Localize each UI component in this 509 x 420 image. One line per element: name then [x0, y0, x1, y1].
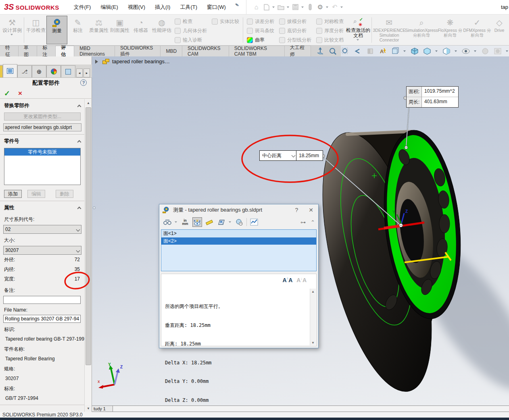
interference-check-button[interactable]: ◫ 干涉检查 [25, 16, 46, 44]
measure-history-icon[interactable] [234, 217, 244, 227]
save-icon[interactable] [291, 3, 300, 12]
properties-header[interactable]: 属性 [0, 201, 85, 213]
geometry-analysis-button[interactable]: 几何体分析 [172, 27, 209, 35]
new-dropdown-icon[interactable] [272, 6, 275, 9]
tab-mbd[interactable]: MBD [161, 46, 182, 56]
check-button[interactable]: 检查 [172, 18, 209, 25]
size-series-select[interactable]: 02 [3, 225, 81, 234]
view-orientation-dropdown-icon[interactable] [403, 50, 406, 53]
tab-dimxpertmanager[interactable]: ⊕ [32, 65, 46, 77]
expand-arrow-icon[interactable] [95, 60, 100, 64]
create-sensor-chart-icon[interactable] [249, 217, 259, 227]
display-style-alt-icon[interactable] [442, 47, 451, 56]
panel-tab-scroll-right[interactable]: ▸ [83, 69, 90, 77]
options-dropdown-icon[interactable] [326, 6, 328, 9]
tab-displaymanager[interactable] [46, 65, 61, 77]
tab-configurationmanager[interactable]: ⎇ [17, 65, 32, 77]
units-in-mm-icon[interactable]: inmm [180, 217, 190, 227]
parting-line-analysis-button[interactable]: 分型线分析 [277, 36, 314, 44]
open-icon[interactable] [277, 3, 286, 12]
dialog-help-icon[interactable]: ? [292, 207, 300, 213]
projection-dropdown-icon[interactable] [229, 221, 231, 224]
display-style-icon[interactable] [423, 47, 432, 56]
menu-file[interactable]: 文件(F) [70, 1, 95, 13]
compare-documents-button[interactable]: 比较文档 [314, 36, 346, 44]
tab-propertymanager[interactable] [3, 64, 17, 77]
decrease-font-icon[interactable]: A↓A [296, 277, 307, 283]
deviation-analysis-button[interactable]: 误差分析 [244, 18, 277, 25]
design-study-button[interactable]: ⚒ 设计算例 [2, 16, 23, 44]
markup-button[interactable]: ✎ 标注 [67, 16, 88, 44]
open-dropdown-icon[interactable] [287, 6, 289, 9]
cancel-button[interactable]: × [18, 89, 22, 98]
undo-icon[interactable]: ↶ [330, 3, 339, 12]
tab-cam-manager[interactable] [61, 65, 75, 77]
magnifier-icon[interactable] [341, 47, 350, 56]
tab-featuremanager[interactable] [0, 65, 3, 77]
tab-cam-tbm[interactable]: SOLIDWORKS CAM TBM [229, 46, 285, 56]
annotations-icon[interactable]: A [378, 47, 387, 56]
simulationxpress-button[interactable]: ⌕ SimulationXpress 分析向导 [405, 16, 438, 44]
tab-markup[interactable]: 标注 [37, 46, 56, 56]
flyout-feature-tree[interactable]: tapered roller bearings… [95, 58, 170, 64]
options-gear-icon[interactable]: ⚙ [316, 3, 325, 12]
undercut-analysis-button[interactable]: 底切分析 [277, 27, 314, 35]
floxpress-button[interactable]: ❋ FloXpress 分析向导 [438, 16, 463, 44]
delete-button[interactable]: 删除 [56, 190, 73, 198]
pin-menu-icon[interactable]: ✒ [230, 1, 241, 13]
zoom-to-fit-icon[interactable] [316, 47, 325, 56]
draft-analysis-button[interactable]: 拔模分析 [277, 18, 314, 25]
compare-bodies-button[interactable]: 实体比较 [209, 18, 242, 25]
measure-dialog-titlebar[interactable]: 测量 - tapered roller bearings gb.sldprt ?… [159, 204, 318, 216]
remark-field[interactable] [3, 296, 81, 304]
ruler-icon[interactable] [204, 217, 214, 227]
menu-tools[interactable]: 工具(T) [176, 1, 201, 13]
zoom-to-area-icon[interactable] [328, 47, 337, 56]
dfmxpress-button[interactable]: ✓ DFMXpress 分析向导 [463, 16, 492, 44]
performance-evaluation-button[interactable]: ◍ 性能评估 [151, 16, 172, 44]
section-view-icon[interactable] [366, 47, 375, 56]
edit-button[interactable]: 编辑 [27, 190, 45, 198]
results-scrollbar[interactable]: ▲ ▼ [310, 289, 316, 345]
import-diagnostics-button[interactable]: 输入诊断 [172, 36, 209, 44]
collapse-chevron-icon[interactable] [77, 104, 81, 108]
measure-dialog[interactable]: 测量 - tapered roller bearings gb.sldprt ?… [159, 204, 319, 348]
design-study-dropdown-icon[interactable] [10, 34, 13, 37]
check-active-document-dropdown-icon[interactable] [357, 39, 359, 42]
undo-dropdown-icon[interactable] [340, 6, 343, 9]
menu-view[interactable]: 视图(V) [124, 1, 149, 13]
selection-item-face2[interactable]: 面<2> [161, 237, 316, 245]
pin-icon[interactable]: ⊶ [300, 219, 306, 225]
replace-file-field[interactable]: apered roller bearings gb.sldprt [3, 123, 81, 131]
panel-splitter-handle[interactable] [92, 202, 96, 214]
distance-type-select[interactable]: 中心距离 [259, 150, 296, 161]
collapse-chevron-icon[interactable] [77, 206, 81, 210]
home-icon[interactable]: ⌂ [252, 3, 261, 12]
projection-icon[interactable] [217, 217, 226, 227]
collapse-icon[interactable]: ⌃ [311, 219, 315, 225]
measure-button[interactable]: 测量 [46, 16, 67, 44]
3dexperience-simulation-button[interactable]: ✉ 3DEXPERIENCE Simulation Connector [373, 16, 405, 44]
drive-button[interactable]: ◇ Drive [492, 16, 507, 44]
part-number-list[interactable]: 零件号未指派 [4, 148, 81, 185]
new-document-icon[interactable] [262, 3, 271, 12]
tab-evaluate[interactable]: 评估 [56, 46, 74, 56]
check-active-document-button[interactable]: ⌕✓✳ 检查激活的文档 [346, 16, 370, 44]
scroll-up-icon[interactable]: ▲ [310, 289, 316, 294]
panel-scrollbar[interactable]: ▲ ▼ [84, 99, 92, 412]
tab-sketch[interactable]: 草图 [19, 46, 37, 56]
part-number-list-item[interactable]: 零件号未指派 [4, 148, 80, 156]
display-style-alt-dropdown-icon[interactable] [455, 50, 457, 53]
display-style-dropdown-icon[interactable] [435, 50, 438, 53]
tab-mbd-dimensions[interactable]: MBD Dimensions [74, 46, 115, 56]
tab-cam[interactable]: SOLIDWORKS CAM [182, 46, 229, 56]
edit-appearance-icon[interactable] [481, 47, 490, 56]
dialog-close-icon[interactable]: ✕ [306, 207, 316, 213]
measure-selection-list[interactable]: 面<1> 面<2> [161, 229, 317, 271]
arc-measure-icon[interactable] [163, 217, 172, 227]
apply-scene-dropdown-icon[interactable] [506, 50, 508, 53]
replace-components-header[interactable]: 替换零部件 [0, 99, 85, 111]
selection-item-face1[interactable]: 面<1> [161, 230, 316, 237]
tree-item-label[interactable]: tapered roller bearings… [112, 58, 170, 64]
pill-icon[interactable] [306, 3, 315, 12]
